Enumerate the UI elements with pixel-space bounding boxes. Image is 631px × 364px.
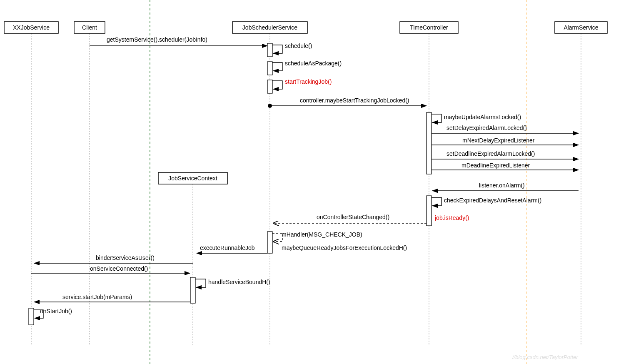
activation-tc-1 [426, 112, 431, 174]
label-m20: handleServiceBoundH() [208, 279, 270, 285]
label-m9: setDeadlineExpiredAlarmLocked() [446, 150, 535, 157]
activation-jobctx-1 [190, 277, 195, 303]
participant-xxjob-label: XXJobService [13, 24, 50, 31]
participant-client-label: Client [82, 24, 97, 31]
participant-tc-label: TimeController [410, 24, 448, 31]
participant-jobctx: JobServiceContext [158, 172, 227, 184]
label-m17: executeRunnableJob [200, 244, 255, 251]
label-m14: job.isReady() [434, 214, 469, 221]
label-m15: mHandler(MSG_CHECK_JOB) [282, 231, 362, 238]
label-m2: schedule() [285, 42, 312, 49]
sequence-diagram: XXJobService Client JobSchedulerService … [0, 0, 631, 364]
label-m16: maybeQueueReadyJobsForExecutionLockedH() [282, 244, 407, 251]
participant-client: Client [74, 22, 105, 33]
participant-jobctx-label: JobServiceContext [168, 175, 217, 182]
label-m22: onStartJob() [40, 308, 72, 314]
label-m19: onServiceConnected() [90, 265, 148, 272]
label-m1: getSystemService().scheduler(JobInfo) [107, 36, 207, 43]
arrow-m20 [195, 279, 206, 287]
participant-jss: JobSchedulerService [232, 22, 307, 33]
label-m4: startTrackingJob() [285, 78, 332, 85]
label-m13: onControllerStateChanged() [317, 214, 389, 220]
activation-tc-2 [426, 196, 431, 226]
label-m12: checkExpiredDelaysAndResetAlarm() [444, 197, 541, 204]
arrow-m3 [272, 62, 282, 71]
activation-jss-1 [267, 43, 272, 57]
arrow-m4 [272, 81, 282, 89]
arrow-m12 [431, 197, 441, 206]
arrow-m2 [272, 45, 282, 53]
activation-jss-4 [267, 232, 272, 253]
watermark-text: //blog.csdn.net/TaylorPotter [512, 354, 578, 360]
activation-xxjob-1 [29, 308, 34, 325]
arrow-m6 [431, 114, 441, 122]
label-m8: mNextDelayExpiredListener [462, 137, 535, 144]
participant-tc: TimeController [400, 22, 458, 33]
participant-jss-label: JobSchedulerService [242, 24, 298, 31]
label-m21: service.startJob(mParams) [62, 294, 132, 300]
label-m5: controller.maybeStartTrackingJobLocked() [300, 97, 409, 104]
label-m11: listener.onAlarm() [479, 182, 525, 189]
label-m7: setDelayExpiredAlarmLocked() [446, 125, 527, 131]
label-m6: maybeUpdateAlarmsLocked() [444, 114, 521, 120]
label-m18: binderServiceAsUser() [96, 254, 155, 261]
participant-alarm: AlarmService [555, 22, 607, 33]
activation-jss-3 [267, 80, 272, 93]
label-m3: scheduleAsPackage() [285, 60, 342, 67]
participant-xxjob: XXJobService [4, 22, 58, 33]
label-m10: mDeadlineExpiredListener [461, 162, 530, 169]
arrow-m15 [272, 233, 282, 242]
participant-alarm-label: AlarmService [564, 24, 598, 31]
activation-jss-2 [267, 62, 272, 75]
